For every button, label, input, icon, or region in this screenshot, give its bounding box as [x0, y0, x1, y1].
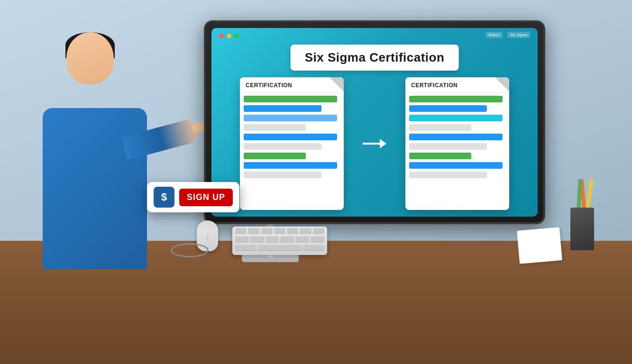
- doc-row: [409, 105, 487, 112]
- keyboard-row-3: [232, 244, 327, 252]
- nav-item-2[interactable]: Six Sigma: [507, 32, 530, 38]
- cert-doc-2: CERTIFICATION: [405, 77, 509, 210]
- glasses: [171, 243, 209, 257]
- browser-dots: [219, 34, 239, 38]
- page-title: Six Sigma Certification: [305, 50, 445, 64]
- doc-row: [409, 143, 487, 150]
- doc-row: [244, 96, 337, 102]
- doc-row: [244, 115, 337, 121]
- key[interactable]: [287, 228, 298, 234]
- signup-card: $ SIGN UP: [147, 182, 239, 212]
- docs-area: CERTIFICATION CERTIFICAT: [240, 80, 509, 207]
- doc-row: [409, 153, 471, 159]
- person-head: [66, 32, 114, 84]
- monitor-screen: Button Six Sigma Six Sigma Certification…: [211, 28, 538, 217]
- doc-row: [244, 134, 337, 140]
- scene: Button Six Sigma Six Sigma Certification…: [0, 0, 632, 364]
- monitor: Button Six Sigma Six Sigma Certification…: [204, 20, 545, 224]
- notepad: [517, 227, 562, 264]
- process-arrow: [363, 139, 386, 148]
- key[interactable]: [300, 228, 311, 234]
- doc-row: [244, 105, 321, 112]
- person-body: [43, 108, 147, 269]
- key[interactable]: [274, 228, 285, 234]
- doc-row: [409, 96, 503, 102]
- key[interactable]: [248, 228, 259, 234]
- key[interactable]: [280, 237, 294, 242]
- doc-row: [409, 162, 503, 169]
- browser-dot-yellow[interactable]: [227, 34, 231, 38]
- person: [14, 32, 194, 269]
- mouse-scroll-wheel: [207, 234, 208, 241]
- cert-doc-1: CERTIFICATION: [240, 77, 344, 210]
- key[interactable]: [303, 245, 325, 251]
- key[interactable]: [266, 237, 279, 242]
- doc-row: [409, 134, 503, 140]
- doc-row: [244, 124, 306, 131]
- key[interactable]: [295, 237, 309, 242]
- key[interactable]: [235, 237, 249, 242]
- keyboard-row-2: [232, 235, 327, 244]
- key[interactable]: [235, 245, 257, 251]
- dollar-icon: $: [154, 187, 174, 208]
- keyboard-row-1: [232, 227, 327, 235]
- doc-row: [244, 172, 321, 178]
- doc-row: [409, 124, 471, 131]
- title-banner: Six Sigma Certification: [291, 45, 459, 71]
- cert-doc-1-header: CERTIFICATION: [240, 77, 344, 93]
- key[interactable]: [311, 237, 324, 242]
- arrow-container: [363, 139, 386, 148]
- nav-bar: Button Six Sigma: [486, 32, 530, 38]
- browser-dot-green[interactable]: [234, 34, 239, 38]
- key[interactable]: [261, 228, 273, 234]
- doc-row: [244, 153, 306, 159]
- nav-item-1[interactable]: Button: [486, 32, 503, 38]
- browser-dot-red[interactable]: [219, 34, 224, 38]
- signup-button[interactable]: SIGN UP: [179, 189, 233, 206]
- keyboard: [232, 227, 327, 255]
- key[interactable]: [250, 237, 264, 242]
- doc-row: [409, 115, 503, 121]
- doc-row: [244, 143, 321, 150]
- pencil-holder: [570, 208, 594, 250]
- key[interactable]: [313, 228, 324, 234]
- key[interactable]: [235, 228, 247, 234]
- doc-row: [244, 162, 337, 169]
- key[interactable]: [258, 245, 302, 251]
- cert-doc-2-header: CERTIFICATION: [405, 77, 509, 93]
- doc-row: [409, 172, 487, 178]
